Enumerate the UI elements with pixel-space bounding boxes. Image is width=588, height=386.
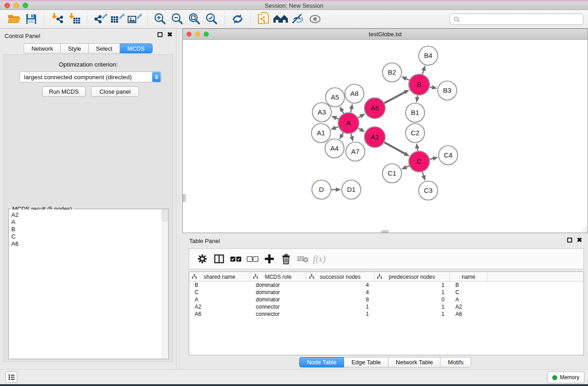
graph-node-A3[interactable]: A3 bbox=[312, 103, 331, 122]
delete-table-icon[interactable] bbox=[294, 251, 311, 267]
tab-mcds[interactable]: MCDS bbox=[120, 43, 152, 53]
graph-node-B1[interactable]: B1 bbox=[406, 103, 425, 122]
first-neighbors-icon[interactable] bbox=[272, 11, 289, 27]
graph-node-A1[interactable]: A1 bbox=[311, 124, 330, 143]
table-row[interactable]: Adominator80A bbox=[189, 296, 583, 303]
table-cell[interactable]: 1 bbox=[374, 311, 450, 317]
close-table-panel-icon[interactable]: ✖ bbox=[577, 238, 582, 243]
minimize-window-button[interactable] bbox=[14, 3, 19, 8]
float-table-panel-icon[interactable] bbox=[567, 238, 572, 243]
graph-node-A6[interactable]: A6 bbox=[364, 98, 385, 119]
refresh-icon[interactable] bbox=[229, 11, 246, 27]
table-cell[interactable]: A bbox=[450, 296, 488, 303]
graph-edge-A-A4[interactable] bbox=[342, 133, 343, 135]
export-image-icon[interactable] bbox=[126, 11, 143, 27]
graph-edge-A-A2[interactable] bbox=[358, 128, 360, 129]
table-cell[interactable]: 4 bbox=[306, 282, 374, 288]
delete-column-trash-icon[interactable] bbox=[277, 251, 294, 267]
table-row[interactable]: Cdominator41C bbox=[189, 289, 583, 296]
zoom-window-button[interactable] bbox=[23, 3, 28, 8]
hide-selected-icon[interactable] bbox=[289, 11, 306, 27]
table-cell[interactable]: 1 bbox=[306, 304, 374, 310]
graph-edge-C-C2[interactable] bbox=[417, 148, 418, 151]
graph-edge-A-A7[interactable] bbox=[351, 133, 352, 137]
graph-node-C1[interactable]: C1 bbox=[382, 164, 402, 183]
table-row[interactable]: Bdominator41B bbox=[189, 281, 583, 289]
result-item[interactable]: B bbox=[11, 226, 162, 233]
new-network-from-selection-icon[interactable] bbox=[255, 11, 272, 27]
table-cell[interactable]: A6 bbox=[189, 311, 250, 317]
graph-node-D[interactable]: D bbox=[312, 180, 331, 199]
table-cell[interactable]: dominator bbox=[250, 282, 306, 288]
graph-edge-A-A3[interactable] bbox=[336, 118, 338, 119]
table-cell[interactable]: 1 bbox=[374, 282, 450, 288]
table-tab-network-table[interactable]: Network Table bbox=[388, 357, 440, 367]
column-header-successor-nodes[interactable]: successor nodes bbox=[306, 272, 374, 281]
network-close-button[interactable] bbox=[186, 32, 191, 37]
search-field[interactable] bbox=[449, 14, 583, 25]
table-cell[interactable]: A6 bbox=[450, 311, 488, 317]
mcds-result-list[interactable]: A2ABCA6 bbox=[9, 210, 162, 358]
graph-node-A2[interactable]: A2 bbox=[364, 127, 385, 148]
zoom-fit-icon[interactable] bbox=[186, 11, 203, 27]
network-canvas[interactable]: B4B2BB3A5A8A6B1A3AA1C2A2A4A7C4CC1C3DD1 bbox=[183, 40, 588, 233]
graph-edge-B-B3[interactable] bbox=[430, 87, 432, 87]
create-column-plus-icon[interactable] bbox=[261, 251, 277, 267]
result-item[interactable]: C bbox=[11, 233, 162, 240]
show-all-icon[interactable] bbox=[306, 11, 324, 27]
run-mcds-button[interactable]: Run MCDS bbox=[42, 86, 86, 97]
graph-edge-B-B4[interactable] bbox=[422, 70, 424, 74]
close-panel-button[interactable]: Close panel bbox=[91, 86, 139, 97]
graph-node-A7[interactable]: A7 bbox=[346, 142, 365, 161]
column-header-MCDS-role[interactable]: MCDS role bbox=[250, 272, 306, 281]
table-row[interactable]: A6connector11A6 bbox=[189, 310, 583, 318]
unselect-all-columns-icon[interactable] bbox=[244, 251, 261, 267]
graph-node-B4[interactable]: B4 bbox=[419, 46, 438, 65]
table-cell[interactable]: C bbox=[189, 289, 250, 295]
network-zoom-button[interactable] bbox=[204, 32, 209, 37]
table-tab-edge-table[interactable]: Edge Table bbox=[344, 357, 388, 367]
zoom-selected-icon[interactable] bbox=[203, 11, 220, 27]
graph-edge-A6-B[interactable] bbox=[384, 92, 405, 103]
result-scrollbar[interactable] bbox=[162, 210, 168, 358]
network-vertical-scrollbar[interactable] bbox=[183, 194, 186, 202]
table-cell[interactable]: A2 bbox=[189, 304, 250, 310]
network-graph[interactable]: B4B2BB3A5A8A6B1A3AA1C2A2A4A7C4CC1C3DD1 bbox=[183, 40, 588, 233]
table-tab-motifs[interactable]: Motifs bbox=[440, 357, 471, 367]
table-cell[interactable]: 8 bbox=[306, 296, 374, 303]
graph-edge-C-C1[interactable] bbox=[406, 166, 409, 167]
graph-edge-B-B2[interactable] bbox=[406, 79, 409, 80]
graph-node-C4[interactable]: C4 bbox=[439, 146, 458, 165]
graph-edge-C-C3[interactable] bbox=[422, 172, 424, 176]
graph-edge-A-A5[interactable] bbox=[342, 111, 344, 114]
result-item[interactable]: A2 bbox=[11, 211, 162, 219]
graph-node-A4[interactable]: A4 bbox=[325, 139, 344, 158]
export-network-icon[interactable] bbox=[91, 11, 109, 27]
zoom-out-icon[interactable] bbox=[169, 11, 186, 27]
table-cell[interactable]: connector bbox=[250, 311, 306, 317]
search-input[interactable] bbox=[463, 16, 579, 23]
table-cell[interactable]: 1 bbox=[374, 289, 450, 295]
graph-edge-A-A1[interactable] bbox=[335, 127, 338, 128]
table-cell[interactable]: B bbox=[450, 282, 488, 288]
table-cell[interactable]: A bbox=[189, 296, 250, 303]
table-cell[interactable]: 4 bbox=[306, 289, 374, 295]
graph-node-A5[interactable]: A5 bbox=[325, 88, 344, 107]
graph-node-B3[interactable]: B3 bbox=[438, 81, 457, 100]
import-network-icon[interactable] bbox=[48, 11, 66, 27]
graph-node-C3[interactable]: C3 bbox=[419, 181, 438, 200]
import-table-icon[interactable] bbox=[66, 11, 83, 27]
network-minimize-button[interactable] bbox=[195, 32, 200, 37]
table-cell[interactable]: 0 bbox=[374, 296, 450, 303]
table-cell[interactable]: 1 bbox=[374, 304, 450, 310]
node-table[interactable]: shared nameMCDS rolesuccessor nodesprede… bbox=[189, 272, 584, 355]
open-file-icon[interactable] bbox=[5, 11, 23, 27]
show-columns-icon[interactable] bbox=[210, 251, 227, 267]
graph-edge-A-A6[interactable] bbox=[358, 116, 361, 118]
table-header-row[interactable]: shared nameMCDS rolesuccessor nodesprede… bbox=[189, 272, 583, 281]
graph-node-B[interactable]: B bbox=[409, 74, 430, 95]
result-item[interactable]: A bbox=[11, 219, 162, 226]
zoom-in-icon[interactable] bbox=[152, 11, 169, 27]
float-panel-icon[interactable] bbox=[158, 32, 163, 37]
graph-node-A[interactable]: A bbox=[338, 113, 359, 133]
